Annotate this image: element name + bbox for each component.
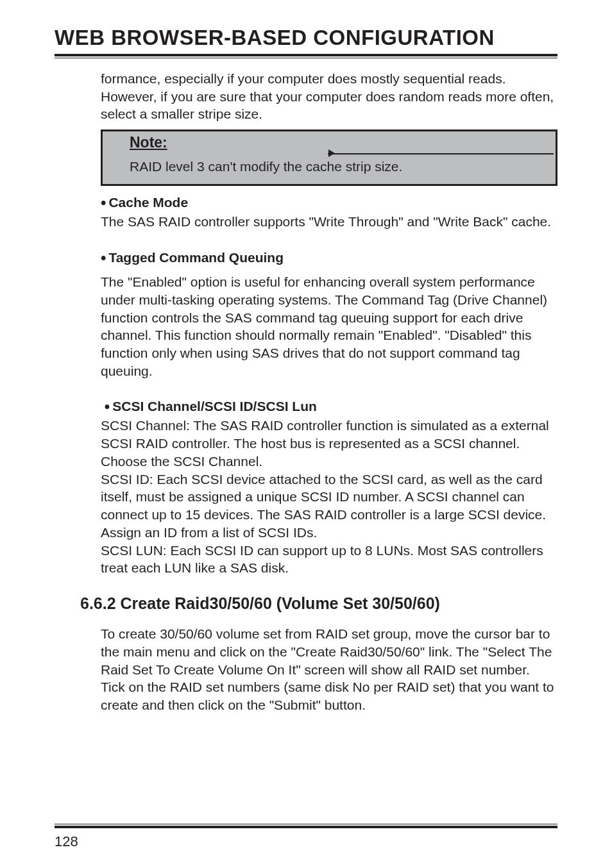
subsection-heading: 6.6.2 Create Raid30/50/60 (Volume Set 30…	[80, 594, 557, 613]
page-number: 128	[55, 833, 78, 850]
section-body: The SAS RAID controller supports "Write …	[101, 213, 557, 231]
section-scsi: •SCSI Channel/SCSI ID/SCSI Lun SCSI Chan…	[101, 397, 557, 576]
section-body: The "Enabled" option is useful for enhan…	[101, 273, 557, 380]
page-title: WEB BROWSER-BASED CONFIGURATION	[55, 26, 557, 50]
bullet-icon: •	[101, 194, 106, 211]
note-box: Note: RAID level 3 can't modify the cach…	[101, 129, 557, 186]
footer-rule-thick	[55, 826, 557, 828]
note-arrow-icon	[328, 149, 335, 157]
note-label: Note:	[103, 131, 167, 151]
bullet-title: SCSI Channel/SCSI ID/SCSI Lun	[112, 399, 317, 413]
bullet-heading: •Cache Mode	[101, 194, 557, 212]
section-cache-mode: •Cache Mode The SAS RAID controller supp…	[101, 194, 557, 231]
footer-rule-thin	[55, 824, 557, 824]
bullet-icon: •	[105, 397, 110, 415]
subsection-body: To create 30/50/60 volume set from RAID …	[101, 625, 557, 714]
bullet-heading: •Tagged Command Queuing	[101, 249, 557, 267]
title-rule-thin	[55, 58, 557, 58]
bullet-icon: •	[101, 249, 106, 266]
note-header: Note:	[103, 131, 556, 151]
content-area: formance, especially if your computer do…	[55, 70, 557, 714]
section-body: SCSI Channel: The SAS RAID controller fu…	[101, 417, 557, 576]
bullet-heading: •SCSI Channel/SCSI ID/SCSI Lun	[101, 397, 557, 415]
intro-paragraph: formance, especially if your computer do…	[101, 70, 557, 123]
bullet-title: Cache Mode	[108, 195, 188, 210]
subsection: 6.6.2 Create Raid30/50/60 (Volume Set 30…	[80, 594, 557, 613]
bullet-title: Tagged Command Queuing	[108, 250, 284, 265]
title-rule-thick	[55, 54, 557, 56]
section-tagged-command-queuing: •Tagged Command Queuing The "Enabled" op…	[101, 249, 557, 380]
